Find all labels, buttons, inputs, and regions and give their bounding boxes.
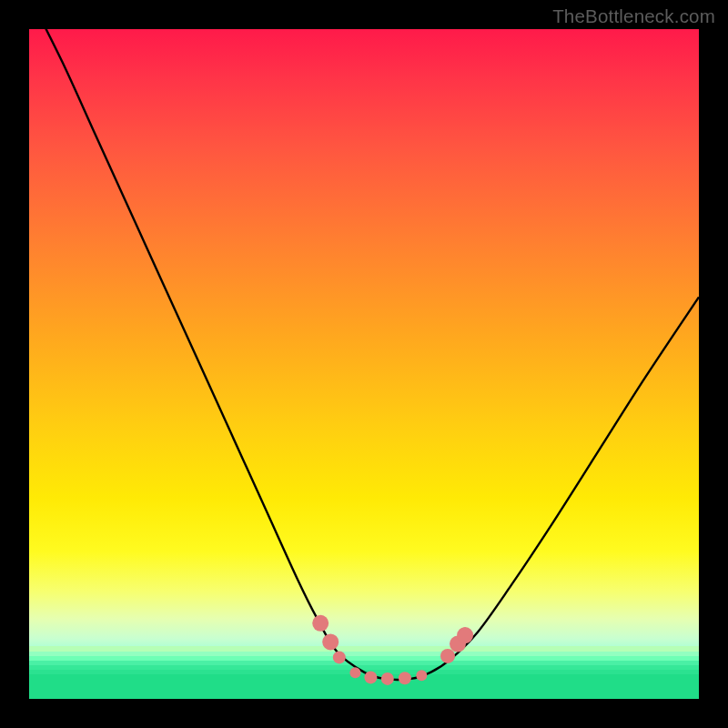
curve-marker [322, 633, 339, 650]
bottleneck-curve [29, 29, 699, 680]
plot-area [29, 29, 699, 699]
attribution-label: TheBottleneck.com [552, 5, 715, 27]
curve-marker [457, 627, 473, 643]
chart-frame: TheBottleneck.com [0, 0, 728, 728]
curve-marker [312, 615, 329, 632]
curve-layer [29, 29, 699, 699]
curve-marker [364, 671, 377, 683]
curve-marker [349, 667, 360, 678]
curve-marker [416, 670, 427, 681]
curve-marker [381, 672, 394, 685]
curve-marker [333, 651, 346, 663]
curve-marker [399, 672, 411, 684]
curve-marker [440, 649, 455, 663]
